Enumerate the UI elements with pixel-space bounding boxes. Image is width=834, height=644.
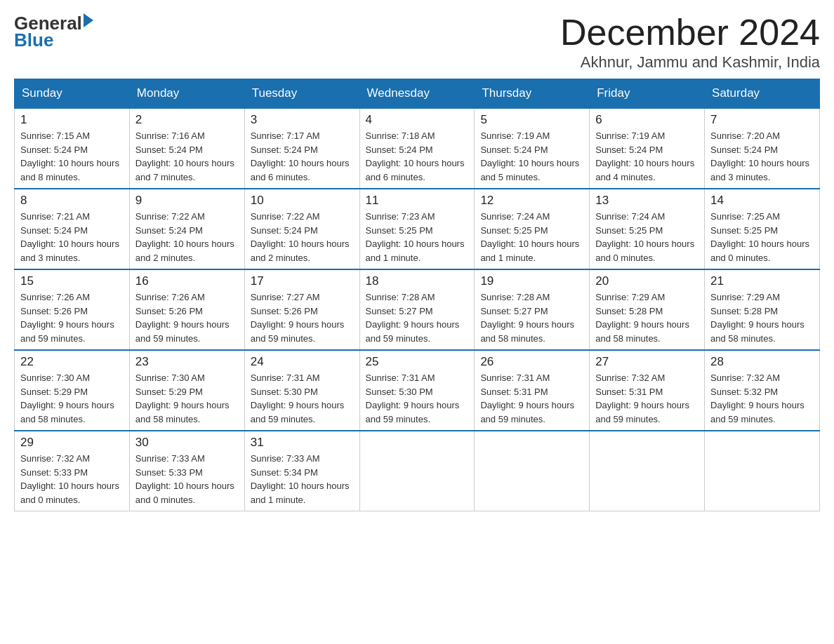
calendar-week-row: 8 Sunrise: 7:21 AMSunset: 5:24 PMDayligh… <box>15 189 820 269</box>
calendar-day-cell: 29 Sunrise: 7:32 AMSunset: 5:33 PMDaylig… <box>15 431 130 511</box>
calendar-day-cell: 20 Sunrise: 7:29 AMSunset: 5:28 PMDaylig… <box>590 269 705 350</box>
calendar-day-cell: 31 Sunrise: 7:33 AMSunset: 5:34 PMDaylig… <box>244 431 359 511</box>
day-info: Sunrise: 7:31 AMSunset: 5:30 PMDaylight:… <box>366 373 460 424</box>
day-number: 22 <box>20 355 124 369</box>
day-info: Sunrise: 7:27 AMSunset: 5:26 PMDaylight:… <box>251 292 345 344</box>
calendar-day-cell: 5 Sunrise: 7:19 AMSunset: 5:24 PMDayligh… <box>475 108 590 189</box>
calendar-day-cell: 18 Sunrise: 7:28 AMSunset: 5:27 PMDaylig… <box>359 269 475 350</box>
calendar-day-cell: 26 Sunrise: 7:31 AMSunset: 5:31 PMDaylig… <box>475 350 590 431</box>
calendar-day-cell: 17 Sunrise: 7:27 AMSunset: 5:26 PMDaylig… <box>244 269 359 350</box>
day-info: Sunrise: 7:21 AMSunset: 5:24 PMDaylight:… <box>20 211 119 263</box>
calendar-week-row: 15 Sunrise: 7:26 AMSunset: 5:26 PMDaylig… <box>15 269 820 350</box>
month-year-title: December 2024 <box>560 14 820 51</box>
calendar-week-row: 1 Sunrise: 7:15 AMSunset: 5:24 PMDayligh… <box>15 108 820 189</box>
calendar-day-cell <box>359 431 475 511</box>
day-number: 26 <box>480 355 583 369</box>
day-info: Sunrise: 7:31 AMSunset: 5:31 PMDaylight:… <box>480 373 574 424</box>
day-info: Sunrise: 7:28 AMSunset: 5:27 PMDaylight:… <box>480 292 574 344</box>
day-info: Sunrise: 7:33 AMSunset: 5:34 PMDaylight:… <box>251 453 350 505</box>
day-info: Sunrise: 7:15 AMSunset: 5:24 PMDaylight:… <box>20 130 119 182</box>
day-number: 12 <box>480 194 583 208</box>
logo-arrow-icon <box>84 13 93 27</box>
calendar-day-header: Friday <box>590 79 705 109</box>
day-info: Sunrise: 7:26 AMSunset: 5:26 PMDaylight:… <box>135 292 230 344</box>
calendar-day-cell <box>475 431 590 511</box>
calendar-week-row: 29 Sunrise: 7:32 AMSunset: 5:33 PMDaylig… <box>15 431 820 511</box>
calendar-day-cell: 19 Sunrise: 7:28 AMSunset: 5:27 PMDaylig… <box>475 269 590 350</box>
day-number: 17 <box>251 274 354 288</box>
calendar-day-cell: 8 Sunrise: 7:21 AMSunset: 5:24 PMDayligh… <box>15 189 130 269</box>
calendar-day-cell: 24 Sunrise: 7:31 AMSunset: 5:30 PMDaylig… <box>244 350 359 431</box>
day-info: Sunrise: 7:32 AMSunset: 5:33 PMDaylight:… <box>20 453 119 505</box>
day-info: Sunrise: 7:18 AMSunset: 5:24 PMDaylight:… <box>366 130 465 182</box>
title-section: December 2024 Akhnur, Jammu and Kashmir,… <box>560 14 820 72</box>
day-info: Sunrise: 7:29 AMSunset: 5:28 PMDaylight:… <box>595 292 689 344</box>
calendar-day-cell: 3 Sunrise: 7:17 AMSunset: 5:24 PMDayligh… <box>244 108 359 189</box>
day-number: 30 <box>135 436 239 450</box>
day-info: Sunrise: 7:25 AMSunset: 5:25 PMDaylight:… <box>710 211 809 263</box>
day-number: 31 <box>251 436 354 450</box>
day-number: 25 <box>366 355 469 369</box>
calendar-day-cell: 7 Sunrise: 7:20 AMSunset: 5:24 PMDayligh… <box>705 108 820 189</box>
day-info: Sunrise: 7:16 AMSunset: 5:24 PMDaylight:… <box>135 130 234 182</box>
calendar-day-header: Tuesday <box>244 79 359 109</box>
calendar-day-header: Sunday <box>15 79 130 109</box>
day-number: 7 <box>710 113 814 127</box>
day-number: 20 <box>595 274 699 288</box>
day-info: Sunrise: 7:26 AMSunset: 5:26 PMDaylight:… <box>20 292 114 344</box>
day-number: 14 <box>710 194 814 208</box>
calendar-day-cell: 13 Sunrise: 7:24 AMSunset: 5:25 PMDaylig… <box>590 189 705 269</box>
calendar-day-cell: 10 Sunrise: 7:22 AMSunset: 5:24 PMDaylig… <box>244 189 359 269</box>
day-info: Sunrise: 7:24 AMSunset: 5:25 PMDaylight:… <box>595 211 694 263</box>
day-number: 28 <box>710 355 814 369</box>
day-info: Sunrise: 7:22 AMSunset: 5:24 PMDaylight:… <box>251 211 350 263</box>
calendar-day-cell: 14 Sunrise: 7:25 AMSunset: 5:25 PMDaylig… <box>705 189 820 269</box>
day-number: 10 <box>251 194 354 208</box>
calendar-day-cell: 1 Sunrise: 7:15 AMSunset: 5:24 PMDayligh… <box>15 108 130 189</box>
day-info: Sunrise: 7:24 AMSunset: 5:25 PMDaylight:… <box>480 211 579 263</box>
day-info: Sunrise: 7:31 AMSunset: 5:30 PMDaylight:… <box>251 373 345 424</box>
day-info: Sunrise: 7:30 AMSunset: 5:29 PMDaylight:… <box>20 373 114 424</box>
day-number: 18 <box>366 274 469 288</box>
day-number: 4 <box>366 113 469 127</box>
day-info: Sunrise: 7:19 AMSunset: 5:24 PMDaylight:… <box>480 130 579 182</box>
day-info: Sunrise: 7:30 AMSunset: 5:29 PMDaylight:… <box>135 373 230 424</box>
calendar-table: SundayMondayTuesdayWednesdayThursdayFrid… <box>14 79 820 511</box>
calendar-day-header: Thursday <box>475 79 590 109</box>
calendar-day-cell: 4 Sunrise: 7:18 AMSunset: 5:24 PMDayligh… <box>359 108 475 189</box>
calendar-day-cell: 27 Sunrise: 7:32 AMSunset: 5:31 PMDaylig… <box>590 350 705 431</box>
calendar-day-header: Monday <box>129 79 244 109</box>
day-number: 5 <box>480 113 583 127</box>
calendar-week-row: 22 Sunrise: 7:30 AMSunset: 5:29 PMDaylig… <box>15 350 820 431</box>
calendar-day-cell: 21 Sunrise: 7:29 AMSunset: 5:28 PMDaylig… <box>705 269 820 350</box>
calendar-day-cell <box>590 431 705 511</box>
day-info: Sunrise: 7:23 AMSunset: 5:25 PMDaylight:… <box>366 211 465 263</box>
day-number: 8 <box>20 194 124 208</box>
logo: General Blue <box>14 14 93 49</box>
day-number: 24 <box>251 355 354 369</box>
day-number: 1 <box>20 113 124 127</box>
calendar-day-cell: 25 Sunrise: 7:31 AMSunset: 5:30 PMDaylig… <box>359 350 475 431</box>
day-number: 11 <box>366 194 469 208</box>
calendar-day-cell: 12 Sunrise: 7:24 AMSunset: 5:25 PMDaylig… <box>475 189 590 269</box>
calendar-day-cell: 16 Sunrise: 7:26 AMSunset: 5:26 PMDaylig… <box>129 269 244 350</box>
day-number: 16 <box>135 274 239 288</box>
calendar-header-row: SundayMondayTuesdayWednesdayThursdayFrid… <box>15 79 820 109</box>
day-info: Sunrise: 7:17 AMSunset: 5:24 PMDaylight:… <box>251 130 350 182</box>
calendar-day-cell: 28 Sunrise: 7:32 AMSunset: 5:32 PMDaylig… <box>705 350 820 431</box>
day-number: 21 <box>710 274 814 288</box>
day-info: Sunrise: 7:32 AMSunset: 5:32 PMDaylight:… <box>710 373 805 424</box>
day-info: Sunrise: 7:20 AMSunset: 5:24 PMDaylight:… <box>710 130 809 182</box>
day-info: Sunrise: 7:19 AMSunset: 5:24 PMDaylight:… <box>595 130 694 182</box>
day-number: 2 <box>135 113 239 127</box>
day-info: Sunrise: 7:33 AMSunset: 5:33 PMDaylight:… <box>135 453 234 505</box>
day-number: 19 <box>480 274 583 288</box>
day-number: 23 <box>135 355 239 369</box>
logo-text-blue: Blue <box>14 31 93 49</box>
page-header: General Blue December 2024 Akhnur, Jammu… <box>14 14 820 72</box>
day-number: 3 <box>251 113 354 127</box>
calendar-day-header: Wednesday <box>359 79 475 109</box>
day-info: Sunrise: 7:28 AMSunset: 5:27 PMDaylight:… <box>366 292 460 344</box>
day-number: 13 <box>595 194 699 208</box>
calendar-day-cell: 23 Sunrise: 7:30 AMSunset: 5:29 PMDaylig… <box>129 350 244 431</box>
